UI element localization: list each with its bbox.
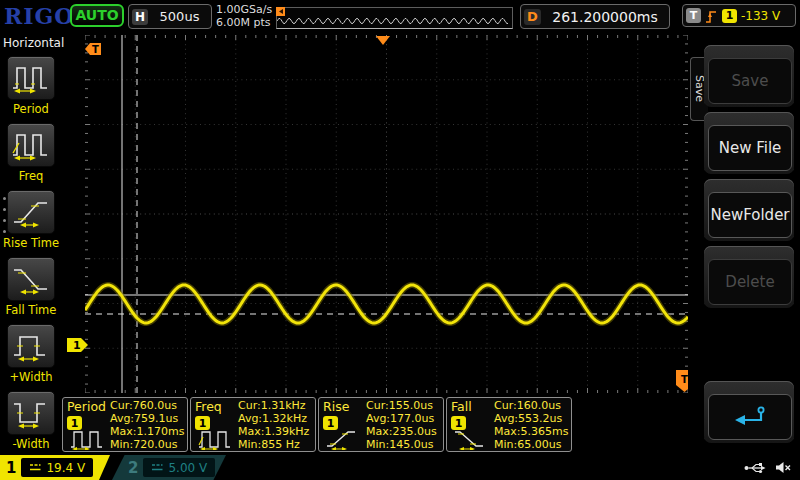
save-menu: Save Save New File NewFolder Delete xyxy=(690,33,800,455)
channel-scale: 5.00 V xyxy=(168,461,207,475)
measurement-min: Min:65.00us xyxy=(494,438,568,451)
fall-time-icon xyxy=(11,263,51,295)
menu-slot: NewFolder xyxy=(704,179,794,241)
measurement-max: Max:235.0us xyxy=(366,425,437,438)
memory-depth: 6.00M pts xyxy=(216,16,272,29)
trigger-channel-badge: 1 xyxy=(722,9,737,23)
measurement-panel-period: Period 1 Cur:760.0us Avg:759.1us Max:1.1… xyxy=(62,397,188,452)
auto-status-badge: AUTO xyxy=(70,4,124,27)
menu-item-period[interactable]: Period xyxy=(0,56,62,116)
channel-scale: 19.4 V xyxy=(46,461,85,475)
measurement-cur: Cur:160.0us xyxy=(494,399,568,412)
measurement-min: Min:855 Hz xyxy=(238,438,309,451)
preview-position-icon xyxy=(276,7,286,17)
menu-slot: Save xyxy=(704,45,794,107)
horizontal-scale-value: 500us xyxy=(148,9,211,24)
preview-waveform xyxy=(277,8,510,28)
menu-page-dot xyxy=(3,197,6,200)
trigger-label: T xyxy=(686,8,701,23)
menu-item-label: Freq xyxy=(0,169,62,183)
back-button[interactable] xyxy=(708,394,792,440)
trigger-position-marker[interactable] xyxy=(376,36,390,45)
trigger-level-value: -133 V xyxy=(741,9,780,23)
measure-menu: Horizontal Period Freq xyxy=(0,33,62,455)
measurement-panel-freq: Freq 1 Cur:1.31kHz Avg:1.32kHz Max:1.39k… xyxy=(190,397,316,452)
period-icon xyxy=(69,428,105,450)
menu-item-pos-width[interactable]: +Width xyxy=(0,324,62,384)
dc-coupling-icon xyxy=(29,463,41,472)
menu-page-dot xyxy=(3,230,6,233)
menu-item-label: Period xyxy=(0,102,62,116)
measurement-name: Rise xyxy=(323,399,349,414)
period-icon xyxy=(11,62,51,94)
measurement-max: Max:1.39kHz xyxy=(238,425,309,438)
measurement-name: Fall xyxy=(451,399,472,414)
measurement-max: Max:5.365ms xyxy=(494,425,568,438)
menu-item-freq[interactable]: Freq xyxy=(0,123,62,183)
usb-icon xyxy=(744,462,766,474)
new-file-button[interactable]: New File xyxy=(708,125,792,171)
measurement-avg: Avg:177.0us xyxy=(366,412,437,425)
menu-page-dot xyxy=(3,208,6,211)
measurement-avg: Avg:1.32kHz xyxy=(238,412,309,425)
channel-number: 1 xyxy=(6,459,16,477)
dc-coupling-icon xyxy=(151,463,163,472)
measurement-panel-fall: Fall 1 Cur:160.0us Avg:553.2us Max:5.365… xyxy=(446,397,572,452)
rise-time-icon xyxy=(11,196,51,228)
memory-waveform-preview xyxy=(276,7,513,29)
menu-item-label: Rise Time xyxy=(0,236,62,250)
menu-item-rise-time[interactable]: Rise Time xyxy=(0,190,62,250)
measurement-max: Max:1.170ms xyxy=(110,425,184,438)
measurement-name: Period xyxy=(67,399,106,414)
sample-rate: 1.00GSa/s xyxy=(216,3,272,16)
delay-box: D 261.200000ms xyxy=(520,4,670,29)
channel-number: 2 xyxy=(128,459,138,477)
svg-text:T: T xyxy=(92,44,99,55)
channel-1-level-marker[interactable]: 1 xyxy=(67,337,90,353)
horizontal-label: H xyxy=(132,9,148,25)
freq-icon xyxy=(197,428,233,450)
menu-page-dot xyxy=(3,219,6,222)
measurement-cur: Cur:760.0us xyxy=(110,399,184,412)
fall-icon xyxy=(453,428,489,450)
neg-width-icon xyxy=(11,397,51,429)
measure-menu-title: Horizontal xyxy=(0,33,62,50)
menu-slot: Delete xyxy=(704,246,794,308)
menu-item-label: +Width xyxy=(0,370,62,384)
delay-value: 261.200000ms xyxy=(541,9,669,25)
menu-slot xyxy=(704,381,794,443)
top-status-bar: RIGOL AUTO H 500us 1.00GSa/s 6.00M pts D… xyxy=(0,0,800,33)
sound-muted-icon xyxy=(775,461,792,474)
svg-text:1: 1 xyxy=(73,339,81,352)
measurement-panel-rise: Rise 1 Cur:155.0us Avg:177.0us Max:235.0… xyxy=(318,397,444,452)
menu-item-label: Fall Time xyxy=(0,303,62,317)
measurement-min: Min:720.0us xyxy=(110,438,184,451)
measurement-avg: Avg:759.1us xyxy=(110,412,184,425)
save-button[interactable]: Save xyxy=(708,58,792,104)
menu-item-label: -Width xyxy=(0,437,62,451)
rise-icon xyxy=(325,428,361,450)
delete-button[interactable]: Delete xyxy=(708,259,792,305)
svg-text:T: T xyxy=(681,374,688,385)
channel-status-bar: 1 19.4 V 2 5.00 V xyxy=(0,455,800,480)
system-status-icons xyxy=(744,455,792,480)
measurement-name: Freq xyxy=(195,399,222,414)
menu-slot: New File xyxy=(704,112,794,174)
measurement-cur: Cur:155.0us xyxy=(366,399,437,412)
delay-label: D xyxy=(524,9,541,25)
new-folder-button[interactable]: NewFolder xyxy=(708,192,792,238)
waveform-display: TT xyxy=(85,35,688,393)
rising-edge-icon xyxy=(705,8,718,24)
trigger-box: T 1 -133 V xyxy=(682,4,796,27)
freq-icon xyxy=(11,129,51,161)
return-arrow-icon xyxy=(732,404,768,430)
pos-width-icon xyxy=(11,330,51,362)
oscilloscope-screen: RIGOL AUTO H 500us 1.00GSa/s 6.00M pts D… xyxy=(0,0,800,480)
measurement-avg: Avg:553.2us xyxy=(494,412,568,425)
channel-2-status[interactable]: 2 5.00 V xyxy=(112,455,226,480)
graticule-and-waveform: TT xyxy=(85,35,688,393)
menu-item-neg-width[interactable]: -Width xyxy=(0,391,62,451)
acquisition-info: 1.00GSa/s 6.00M pts xyxy=(216,3,272,29)
menu-item-fall-time[interactable]: Fall Time xyxy=(0,257,62,317)
channel-1-status[interactable]: 1 19.4 V xyxy=(0,455,110,480)
